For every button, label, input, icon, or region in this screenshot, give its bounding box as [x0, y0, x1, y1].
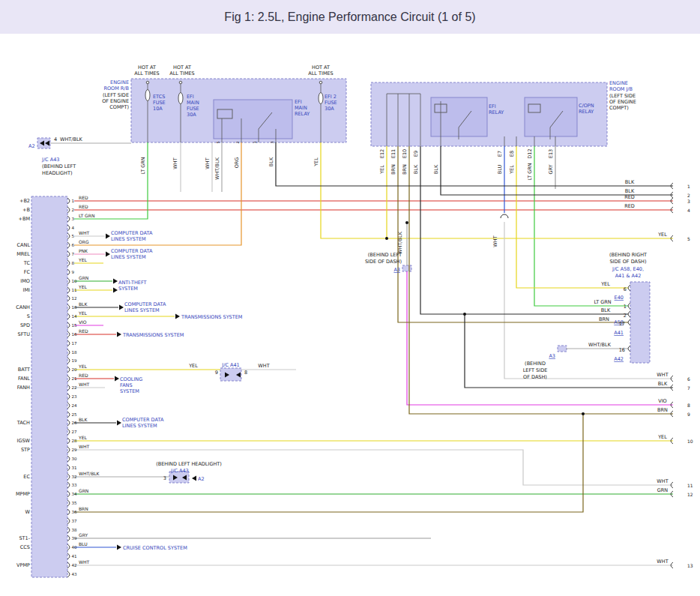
diagram-label: MPMP [16, 491, 30, 497]
diagram-label: LEFT SIDE [523, 367, 548, 373]
diagram-label: RELAY [295, 111, 310, 117]
diagram-label: +B [22, 207, 30, 213]
pin-number: 11 [72, 288, 77, 292]
diagram-label: IMO [20, 278, 30, 284]
diagram-label: 8 [244, 370, 247, 376]
diagram-label: (LEFT SIDE [103, 92, 129, 98]
diagram-label: WHT [258, 363, 269, 369]
diagram-label: CANL [17, 242, 31, 248]
pin-number: 39 [72, 536, 77, 541]
diagram-label: 5 [216, 141, 220, 143]
diagram-label: CRUISE CONTROL SYSTEM [123, 545, 187, 551]
wire-color-label: GRN [79, 488, 88, 493]
diagram-label: VIO [658, 398, 666, 404]
diagram-label: IMI [23, 287, 31, 293]
diagram-label: FANL [18, 376, 30, 382]
wire-color-label: BRN [79, 506, 88, 511]
diagram-label: (BEHIND [525, 361, 546, 367]
diagram-label: E9 [413, 151, 419, 157]
diagram-label: 6 [624, 286, 627, 292]
diagram-label: COMPUTER DATA [124, 301, 166, 307]
diagram-label: E13 [548, 149, 554, 158]
pin-number: 13 [687, 563, 693, 568]
diagram-label: MAIN [295, 105, 307, 111]
wire-color-label: GRY [79, 532, 88, 538]
pin-number: 20 [72, 367, 77, 372]
diagram-label: A42 [614, 356, 624, 362]
wiring-diagram-page: Fig 1: 2.5L, Engine Performance Circuit … [0, 0, 700, 596]
pin-number: 2 [687, 193, 690, 198]
diagram-label: A41 & A42 [615, 273, 642, 279]
diagram-label: 10A [153, 106, 163, 112]
diagram-label: BRN [390, 164, 396, 175]
diagram-label: (LEFT SIDE [609, 93, 636, 99]
diagram-label: YEL [379, 165, 385, 175]
diagram-label: OF ENGINE [609, 99, 636, 105]
junction-dot [582, 412, 585, 415]
diagram-label: RED [624, 203, 635, 209]
diagram-label: SIDE OF DASH) [365, 259, 402, 265]
diagram-label: J/C A41 [221, 362, 239, 368]
pin-number: 5 [687, 236, 690, 241]
diagram-label: WHT [205, 157, 211, 169]
diagram-label: FUSE [153, 100, 166, 106]
pin-number: 4 [687, 208, 690, 213]
fuse-icon [178, 93, 183, 104]
power-feed-icon [146, 81, 149, 84]
wire-color-label: ORG [79, 239, 89, 244]
diagram-label: E11 [390, 149, 396, 158]
diagram-label: BLK [658, 381, 668, 387]
diagram-label: SYSTEM [118, 286, 138, 292]
diagram-label: WHT/BLK [588, 342, 612, 348]
diagram-label: FUSE [325, 100, 337, 106]
diagram-label: ROOM J/B [609, 86, 633, 92]
pin-number: 23 [72, 394, 77, 399]
wire-color-label: LT GRN [79, 213, 94, 218]
pin-number: 25 [72, 412, 77, 417]
diagram-label: RELAY [579, 109, 594, 115]
right-jc-block-box [630, 282, 650, 363]
pin-number: 8 [72, 261, 75, 265]
diagram-label: WHT [657, 559, 668, 565]
pin-number: 1 [72, 199, 75, 203]
diagram-label: BATT [18, 367, 30, 373]
wire-color-label: YEL [78, 257, 87, 262]
diagram-label: ANTI-THEFT [118, 280, 147, 286]
pin-number: 16 [72, 332, 77, 337]
pin-number: 33 [72, 483, 77, 487]
diagram-label: ROOM R/B [103, 85, 129, 91]
diagram-label: E8 [509, 151, 515, 157]
diagram-label: S [27, 313, 30, 319]
pin-number: 37 [72, 519, 77, 523]
diagram-label: GRY [548, 164, 554, 174]
diagram-label: ST1- [19, 535, 30, 541]
diagram-label: D12 [527, 148, 533, 158]
diagram-label: COMPT) [609, 105, 629, 111]
diagram-label: EFI [489, 103, 496, 109]
diagram-label: 3 [270, 141, 274, 143]
wire-color-label: YEL [78, 284, 87, 289]
pin-number: 3 [72, 217, 75, 221]
diagram-label: HOT AT [138, 64, 156, 70]
diagram-label: A2 [28, 143, 35, 149]
diagram-label: 3 [163, 475, 166, 481]
diagram-label: (BEHIND LEFT HEADLIGHT) [156, 461, 222, 467]
diagram-label: ALL TIMES [134, 70, 159, 76]
diagram-label: TACH [16, 420, 30, 426]
pin-number: 6 [687, 376, 690, 382]
efi-relay-box [431, 97, 487, 136]
wire-color-label: RED [79, 204, 88, 209]
diagram-label: BLK [413, 164, 419, 174]
diagram-label: +BM [18, 216, 30, 222]
diagram-label: LINES SYSTEM [124, 307, 160, 313]
pin-number: 1 [687, 184, 690, 189]
pin-number: 42 [72, 563, 77, 568]
pin-number: 4 [72, 226, 75, 230]
diagram-label: 17 [619, 321, 625, 327]
diagram-label: C/OPN [579, 103, 594, 109]
diagram-label: A2 [198, 476, 205, 482]
diagram-label: A41 [614, 330, 624, 336]
diagram-label: MREL [16, 251, 30, 257]
diagram-label: A3 [549, 353, 555, 359]
fuse-icon [145, 90, 150, 101]
